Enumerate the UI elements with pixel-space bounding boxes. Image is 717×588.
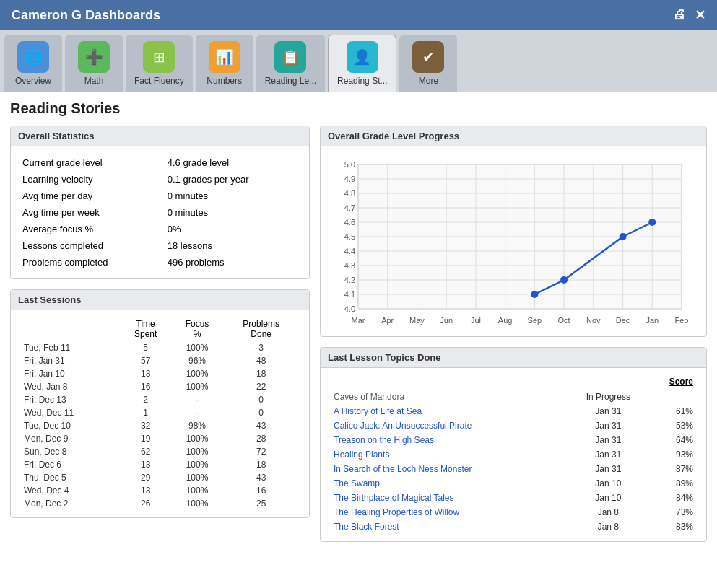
stats-row: Lessons completed18 lessons — [22, 238, 297, 253]
stats-value: 0 minutes — [153, 205, 297, 220]
session-focus: 96% — [171, 354, 224, 367]
svg-text:Jul: Jul — [471, 316, 481, 325]
svg-text:4.1: 4.1 — [344, 290, 355, 299]
lesson-score: 53% — [648, 418, 696, 433]
grade-chart-panel: Overall Grade Level Progress 5.04.94.84.… — [320, 126, 707, 337]
lesson-title[interactable]: Treason on the High Seas — [331, 433, 568, 447]
more-icon: ✔ — [412, 41, 444, 73]
lesson-score — [648, 390, 696, 404]
reading-level-label: Reading Le... — [265, 76, 316, 86]
session-date: Thu, Dec 5 — [21, 471, 121, 484]
close-icon[interactable]: ✕ — [695, 7, 705, 23]
stats-row: Average focus %0% — [22, 221, 297, 237]
lessons-title-header — [331, 375, 568, 390]
lesson-score: 73% — [648, 505, 696, 519]
nav-tab-reading-level[interactable]: 📋Reading Le... — [256, 35, 325, 92]
sessions-row: Fri, Jan 1013100%18 — [21, 367, 299, 380]
sessions-col-header — [21, 317, 121, 341]
nav-tab-reading-stories[interactable]: 👤Reading St... — [328, 35, 396, 92]
stats-label: Avg time per day — [22, 188, 152, 203]
session-date: Wed, Dec 11 — [21, 406, 121, 419]
svg-text:Mar: Mar — [352, 316, 365, 325]
lesson-title[interactable]: A History of Life at Sea — [331, 404, 568, 418]
session-date: Tue, Dec 10 — [21, 419, 121, 432]
sessions-row: Wed, Dec 413100%16 — [21, 484, 299, 497]
session-date: Fri, Jan 31 — [21, 354, 121, 367]
session-focus: 100% — [171, 367, 224, 380]
stats-row: Avg time per week0 minutes — [22, 205, 297, 220]
svg-text:4.6: 4.6 — [344, 218, 355, 227]
session-problems: 43 — [223, 419, 299, 432]
lesson-date: Jan 31 — [568, 404, 648, 418]
lessons-date-header — [568, 375, 648, 390]
stats-label: Learning velocity — [22, 172, 152, 187]
lesson-title[interactable]: In Search of the Loch Ness Monster — [331, 462, 568, 476]
session-focus: - — [171, 393, 224, 406]
svg-text:4.4: 4.4 — [344, 247, 355, 255]
svg-text:4.2: 4.2 — [344, 276, 355, 284]
reading-level-icon: 📋 — [274, 41, 306, 73]
lesson-score: 84% — [648, 491, 696, 505]
nav-tab-more[interactable]: ✔More — [399, 35, 457, 92]
app-title: Cameron G Dashboards — [12, 8, 160, 23]
nav-tab-fact-fluency[interactable]: ⊞Fact Fluency — [126, 35, 193, 92]
svg-point-52 — [620, 233, 627, 240]
session-focus: 100% — [171, 380, 224, 393]
lesson-date: Jan 10 — [568, 476, 648, 491]
sessions-row: Mon, Dec 919100%28 — [21, 432, 299, 445]
session-focus: 100% — [171, 497, 224, 510]
session-problems: 0 — [223, 406, 299, 419]
lesson-title[interactable]: The Black Forest — [331, 519, 568, 534]
last-sessions-header: Last Sessions — [11, 290, 309, 310]
stats-row: Learning velocity0.1 grades per year — [22, 172, 297, 187]
svg-text:Apr: Apr — [381, 316, 394, 325]
last-sessions-body: TimeSpentFocus%ProblemsDoneTue, Feb 1151… — [11, 310, 309, 517]
reading-stories-label: Reading St... — [337, 76, 387, 86]
sessions-row: Fri, Jan 315796%48 — [21, 354, 299, 367]
session-time: 62 — [121, 445, 171, 458]
session-focus: 98% — [171, 419, 224, 432]
svg-text:Sep: Sep — [528, 316, 542, 325]
session-problems: 25 — [223, 497, 299, 510]
stats-label: Average focus % — [22, 221, 152, 237]
lesson-date: Jan 31 — [568, 418, 648, 433]
nav-tab-math[interactable]: ➕Math — [65, 35, 123, 92]
lesson-title[interactable]: The Healing Properties of Willow — [331, 505, 568, 519]
svg-point-50 — [531, 291, 538, 298]
session-date: Fri, Jan 10 — [21, 367, 121, 380]
nav-tab-overview[interactable]: 🌐Overview — [4, 35, 62, 92]
stats-row: Problems completed496 problems — [22, 255, 297, 270]
sessions-row: Tue, Dec 103298%43 — [21, 419, 299, 432]
lesson-date: Jan 31 — [568, 462, 648, 476]
session-date: Mon, Dec 2 — [21, 497, 121, 510]
numbers-label: Numbers — [207, 76, 242, 86]
session-problems: 16 — [223, 484, 299, 497]
lesson-date: In Progress — [568, 390, 648, 404]
session-focus: 100% — [171, 484, 224, 497]
session-focus: 100% — [171, 341, 224, 355]
title-bar: Cameron G Dashboards 🖨 ✕ — [0, 0, 717, 30]
session-time: 19 — [121, 432, 171, 445]
session-time: 13 — [121, 484, 171, 497]
session-date: Mon, Dec 9 — [21, 432, 121, 445]
svg-text:Feb: Feb — [675, 316, 689, 325]
sessions-row: Mon, Dec 226100%25 — [21, 497, 299, 510]
session-focus: - — [171, 406, 224, 419]
lesson-title[interactable]: The Swamp — [331, 476, 568, 491]
session-time: 5 — [121, 341, 171, 355]
lessons-score-header: Score — [648, 375, 696, 390]
lesson-title[interactable]: The Birthplace of Magical Tales — [331, 491, 568, 505]
svg-text:4.0: 4.0 — [344, 304, 355, 313]
sessions-col-header: Focus% — [171, 317, 224, 341]
page-title: Reading Stories — [10, 100, 707, 117]
stats-label: Problems completed — [22, 255, 152, 270]
session-time: 29 — [121, 471, 171, 484]
nav-tab-numbers[interactable]: 📊Numbers — [196, 35, 253, 92]
lesson-score: 89% — [648, 476, 696, 491]
lesson-date: Jan 10 — [568, 491, 648, 505]
chart-container: 5.04.94.84.74.64.54.44.34.24.14.0MarAprM… — [321, 146, 706, 336]
print-icon[interactable]: 🖨 — [673, 7, 686, 23]
svg-text:Nov: Nov — [586, 316, 601, 325]
lesson-title[interactable]: Calico Jack: An Unsuccessful Pirate — [331, 418, 568, 433]
lesson-title[interactable]: Healing Plants — [331, 447, 568, 462]
